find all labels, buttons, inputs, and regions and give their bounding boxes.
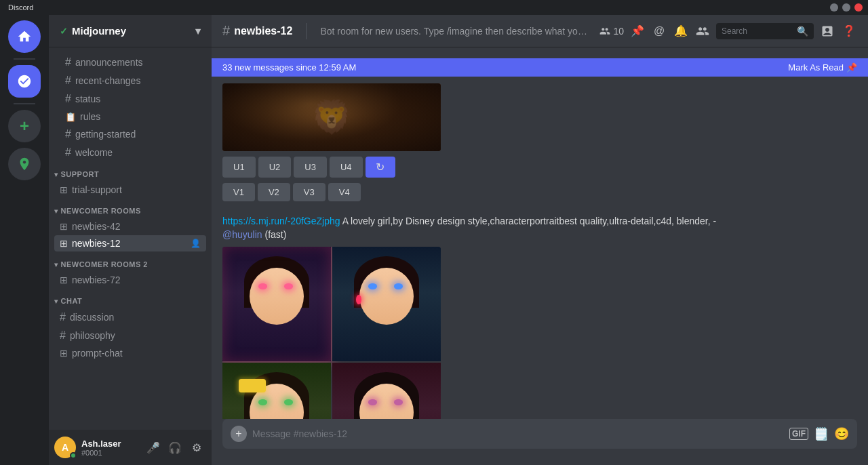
input-icon-group: GIF 🗒️ 😊 — [789, 426, 849, 441]
server-name: Midjourney — [72, 25, 126, 37]
folder-active-icon: ⊞ — [60, 238, 68, 249]
category-label-newcomer-rooms-2: NEWCOMER ROOMS 2 — [61, 260, 148, 268]
folder-icon-2: ⊞ — [60, 275, 68, 285]
sidebar-item-recent-changes[interactable]: # recent-changes — [54, 72, 206, 89]
user-display-name: Ash.laser — [81, 439, 138, 449]
home-server-icon[interactable] — [8, 20, 41, 53]
mention-icon[interactable]: @ — [651, 23, 667, 39]
message-container-2: https://s.mj.run/-20fGeZjphg A lovely gi… — [212, 211, 868, 419]
channel-name-philosophy: philosophy — [70, 330, 115, 341]
sidebar-item-welcome[interactable]: # welcome — [54, 144, 206, 161]
hash-icon: # — [65, 75, 71, 87]
search-bar: 🔍 — [716, 23, 814, 39]
folder-icon-chat: ⊞ — [60, 348, 68, 359]
close-button[interactable] — [854, 3, 863, 12]
disney-girls-grid — [222, 247, 441, 419]
minimize-button[interactable] — [830, 3, 838, 12]
maximize-button[interactable] — [842, 3, 850, 12]
sidebar-item-status[interactable]: # status — [54, 90, 206, 108]
v1-button-1[interactable]: V1 — [222, 183, 255, 201]
channel-name-announcements: announcements — [75, 57, 201, 68]
v2-button-1[interactable]: V2 — [258, 183, 290, 201]
category-header-newcomer-rooms[interactable]: ▾ NEWCOMER ROOMS — [49, 199, 212, 218]
girl-cell-3 — [222, 363, 331, 419]
explore-server-icon[interactable] — [8, 148, 41, 180]
new-messages-text: 33 new messages since 12:59 AM — [222, 62, 356, 73]
category-label-support: SUPPORT — [61, 170, 100, 178]
add-server-icon[interactable]: + — [8, 110, 41, 142]
help-icon[interactable]: ❓ — [841, 23, 857, 39]
channel-name-newbies-42: newbies-42 — [72, 221, 121, 232]
server-divider — [14, 58, 35, 60]
v4-button-1[interactable]: V4 — [328, 183, 361, 201]
titlebar: Discord — [0, 0, 868, 15]
refresh-button-1[interactable]: ↻ — [366, 157, 395, 178]
category-chat[interactable]: ▾ CHAT # discussion # philosophy ⊞ promp… — [49, 289, 212, 361]
gif-button[interactable]: GIF — [789, 428, 808, 440]
u4-button-1[interactable]: U4 — [330, 157, 363, 178]
u2-button-1[interactable]: U2 — [258, 157, 292, 178]
sidebar-item-philosophy[interactable]: # philosophy — [54, 327, 206, 344]
follow-icon[interactable]: 🔔 — [673, 23, 689, 39]
sidebar-item-announcements[interactable]: # announcements — [54, 54, 206, 71]
emoji-button[interactable]: 😊 — [834, 426, 849, 441]
inbox-icon[interactable] — [819, 23, 835, 39]
category-chevron-newcomer: ▾ — [54, 207, 58, 215]
category-support[interactable]: ▾ SUPPORT ⊞ trial-support — [49, 162, 212, 198]
sidebar-item-trial-support[interactable]: ⊞ trial-support — [54, 182, 206, 198]
category-newcomer-rooms[interactable]: ▾ NEWCOMER ROOMS ⊞ newbies-42 ⊞ newbies-… — [49, 199, 212, 251]
mark-as-read-button[interactable]: Mark As Read 📌 — [788, 62, 857, 73]
hash-icon: # — [65, 56, 71, 68]
hash-icon-philosophy: # — [60, 329, 66, 342]
channel-title: newbies-12 — [234, 25, 292, 37]
girl-cell-4 — [332, 363, 441, 419]
server-divider-2 — [14, 103, 35, 104]
sidebar-item-newbies-72[interactable]: ⊞ newbies-72 — [54, 272, 206, 288]
add-attachment-button[interactable]: + — [231, 426, 247, 442]
category-header-support[interactable]: ▾ SUPPORT — [49, 162, 212, 181]
search-input[interactable] — [722, 26, 794, 36]
messages-area[interactable]: 33 new messages since 12:59 AM Mark As R… — [212, 47, 868, 419]
titlebar-title: Discord — [8, 3, 33, 12]
channel-list: # announcements # recent-changes # statu… — [49, 47, 212, 430]
category-newcomer-rooms-2[interactable]: ▾ NEWCOMER ROOMS 2 ⊞ newbies-72 — [49, 252, 212, 288]
settings-button[interactable]: ⚙ — [187, 438, 206, 457]
titlebar-controls — [830, 3, 863, 12]
folder-icon: ⊞ — [60, 184, 68, 195]
v3-button-1[interactable]: V3 — [293, 183, 326, 201]
members-list-icon[interactable] — [694, 23, 711, 39]
channel-hash-icon: # — [222, 23, 230, 39]
midjourney-server-icon[interactable] — [8, 65, 41, 98]
sidebar-item-rules[interactable]: 📋 rules — [54, 108, 206, 125]
new-messages-bar[interactable]: 33 new messages since 12:59 AM Mark As R… — [212, 58, 868, 77]
category-header-newcomer-rooms-2[interactable]: ▾ NEWCOMER ROOMS 2 — [49, 252, 212, 271]
pin-icon[interactable]: 📌 — [629, 23, 646, 39]
channel-name: trial-support — [72, 184, 122, 195]
sidebar-item-discussion[interactable]: # discussion — [54, 308, 206, 326]
category-label-newcomer-rooms: NEWCOMER ROOMS — [61, 207, 141, 215]
message-link[interactable]: https://s.mj.run/-20fGeZjphg — [222, 216, 340, 226]
sidebar-item-getting-started[interactable]: # getting-started — [54, 125, 206, 143]
pushpin-icon: 📌 — [846, 62, 857, 73]
user-controls: 🎤 🎧 ⚙ — [144, 438, 206, 457]
deafen-button[interactable]: 🎧 — [165, 438, 184, 457]
channel-header: # newbies-12 Bot room for new users. Typ… — [212, 15, 868, 47]
message-text-input[interactable] — [252, 422, 784, 446]
sticker-button[interactable]: 🗒️ — [814, 426, 829, 441]
top-preview-image: 🦁 — [222, 83, 441, 151]
server-header[interactable]: ✓ Midjourney ▾ — [49, 15, 212, 47]
category-header-chat[interactable]: ▾ CHAT — [49, 289, 212, 308]
sidebar-item-newbies-42[interactable]: ⊞ newbies-42 — [54, 218, 206, 235]
u3-button-1[interactable]: U3 — [294, 157, 327, 178]
hash-icon: # — [65, 128, 71, 140]
channel-notification-badge: 👤 — [191, 239, 201, 248]
message-mention: @huyulin — [222, 229, 262, 240]
mute-button[interactable]: 🎤 — [144, 438, 163, 457]
u1-button-1[interactable]: U1 — [222, 157, 256, 178]
user-info: Ash.laser #0001 — [81, 439, 138, 457]
channel-name-getting-started: getting-started — [75, 129, 201, 140]
sidebar-item-newbies-12[interactable]: ⊞ newbies-12 👤 — [54, 235, 206, 251]
server-chevron-icon: ▾ — [195, 25, 201, 37]
sidebar-item-prompt-chat[interactable]: ⊞ prompt-chat — [54, 345, 206, 361]
category-label-chat: CHAT — [61, 297, 83, 305]
